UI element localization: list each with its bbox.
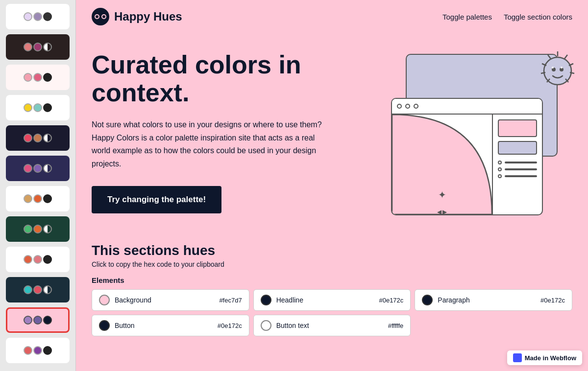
illustration-line-dot-2 bbox=[498, 167, 502, 171]
color-circle-1 bbox=[261, 295, 271, 305]
illustration-line-bar-2 bbox=[505, 168, 537, 170]
color-name-0: Background bbox=[115, 296, 214, 304]
palette-dots-12 bbox=[24, 346, 52, 355]
logo-area: Happy Hues bbox=[92, 8, 182, 25]
color-name-3: Button bbox=[115, 322, 213, 329]
palette-dot-10-2 bbox=[33, 285, 42, 294]
webflow-badge[interactable]: Made in Webflow bbox=[507, 350, 582, 365]
cta-button[interactable]: Try changing the palette! bbox=[92, 186, 221, 213]
palette-dots-5 bbox=[24, 134, 52, 142]
illustration-purple-rect bbox=[498, 141, 537, 155]
hero-headline: Curated colors in context. bbox=[92, 51, 327, 107]
illustration-line-dot-3 bbox=[498, 174, 502, 178]
palette-dot-6-2 bbox=[33, 164, 42, 173]
palette-dot-6-1 bbox=[24, 164, 32, 173]
color-card-paragraph[interactable]: Paragraph#0e172c bbox=[415, 289, 572, 311]
palette-dots-9 bbox=[24, 255, 52, 264]
palette-dot-12-3 bbox=[43, 346, 52, 355]
palette-dot-11-3 bbox=[43, 316, 52, 325]
palette-dot-10-1 bbox=[24, 285, 32, 294]
color-hex-2: #0e172c bbox=[540, 297, 565, 304]
palette-dot-10-3 bbox=[43, 285, 52, 294]
palette-dots-2 bbox=[24, 43, 52, 51]
palette-dot-9-2 bbox=[33, 255, 42, 264]
palette-item-1[interactable] bbox=[6, 4, 70, 29]
palette-item-7[interactable] bbox=[6, 186, 70, 211]
palette-item-11[interactable] bbox=[6, 307, 70, 333]
elements-label: Elements bbox=[92, 276, 572, 284]
illustration-left-panel: ✦ ◀▶ bbox=[392, 115, 493, 214]
palette-dot-5-1 bbox=[24, 134, 32, 142]
palette-dots-7 bbox=[24, 194, 52, 203]
color-circle-4 bbox=[261, 320, 271, 331]
svg-point-3 bbox=[96, 15, 98, 18]
illustration-line-bar-1 bbox=[505, 162, 537, 163]
hero-illustration: ✦ ◀▶ bbox=[386, 49, 572, 215]
svg-line-14 bbox=[548, 55, 551, 59]
titlebar-dot-2 bbox=[405, 104, 410, 109]
palette-dot-12-1 bbox=[24, 346, 32, 355]
svg-line-7 bbox=[564, 55, 567, 59]
webflow-label: Made in Webflow bbox=[525, 354, 576, 362]
color-hex-0: #fec7d7 bbox=[219, 297, 242, 304]
palette-item-5[interactable] bbox=[6, 125, 70, 151]
palette-dot-1-1 bbox=[24, 12, 32, 21]
site-title: Happy Hues bbox=[114, 10, 182, 23]
illustration-titlebar bbox=[392, 99, 542, 115]
palette-dots-3 bbox=[24, 73, 52, 82]
palette-dots-11 bbox=[24, 316, 52, 325]
palette-dot-3-3 bbox=[43, 73, 52, 82]
color-grid: Background#fec7d7Headline#0e172cParagrap… bbox=[92, 289, 572, 336]
color-card-button-text[interactable]: Button text#fffffe bbox=[253, 315, 411, 336]
hues-section: This sections hues Click to copy the hex… bbox=[76, 235, 588, 348]
palette-item-10[interactable] bbox=[6, 277, 70, 302]
toggle-section-colors-link[interactable]: Toggle section colors bbox=[504, 13, 572, 21]
palette-dots-1 bbox=[24, 12, 52, 21]
palette-dot-2-1 bbox=[24, 43, 32, 51]
section-subtitle: Click to copy the hex code to your clipb… bbox=[92, 260, 572, 268]
palette-dots-4 bbox=[24, 103, 52, 112]
color-card-background[interactable]: Background#fec7d7 bbox=[92, 289, 249, 311]
palette-dot-3-2 bbox=[33, 73, 42, 82]
color-card-button[interactable]: Button#0e172c bbox=[92, 315, 249, 336]
palette-dots-8 bbox=[24, 225, 52, 233]
color-name-4: Button text bbox=[276, 322, 383, 329]
hero-description: Not sure what colors to use in your desi… bbox=[92, 118, 327, 170]
palette-dot-12-2 bbox=[33, 346, 42, 355]
svg-point-17 bbox=[552, 67, 554, 69]
palette-item-9[interactable] bbox=[6, 247, 70, 272]
palette-dot-4-1 bbox=[24, 103, 32, 112]
palette-item-3[interactable] bbox=[6, 65, 70, 90]
palette-item-2[interactable] bbox=[6, 34, 70, 60]
palette-item-8[interactable] bbox=[6, 216, 70, 242]
svg-point-18 bbox=[561, 67, 563, 69]
palette-item-4[interactable] bbox=[6, 95, 70, 120]
palette-dot-1-3 bbox=[43, 12, 52, 21]
illustration-line-dot-1 bbox=[498, 161, 502, 164]
palette-dot-4-3 bbox=[43, 103, 52, 112]
palette-item-6[interactable] bbox=[6, 156, 70, 181]
palette-dot-1-2 bbox=[33, 12, 42, 21]
illustration-front-card: ✦ ◀▶ bbox=[391, 98, 543, 215]
palette-dot-11-2 bbox=[33, 316, 42, 325]
illustration-lines bbox=[498, 159, 537, 180]
palette-item-12[interactable] bbox=[6, 338, 70, 363]
webflow-icon bbox=[513, 353, 522, 362]
palette-dot-9-1 bbox=[24, 255, 32, 264]
palette-dot-5-2 bbox=[33, 134, 42, 142]
color-card-headline[interactable]: Headline#0e172c bbox=[253, 289, 411, 311]
sidebar bbox=[0, 0, 76, 371]
palette-dot-9-3 bbox=[43, 255, 52, 264]
color-circle-3 bbox=[99, 320, 110, 331]
illustration-arrows: ◀▶ bbox=[437, 209, 447, 214]
illustration-crosshair: ✦ bbox=[438, 189, 446, 201]
sun-character bbox=[538, 49, 577, 95]
toggle-palettes-link[interactable]: Toggle palettes bbox=[442, 13, 492, 21]
palette-dot-6-3 bbox=[43, 164, 52, 173]
color-circle-0 bbox=[99, 295, 110, 305]
palette-dots-6 bbox=[24, 164, 52, 173]
illustration-body: ✦ ◀▶ bbox=[392, 115, 542, 214]
color-circle-2 bbox=[422, 295, 433, 305]
palette-dot-5-3 bbox=[43, 134, 52, 142]
header: Happy Hues Toggle palettes Toggle sectio… bbox=[76, 0, 588, 33]
